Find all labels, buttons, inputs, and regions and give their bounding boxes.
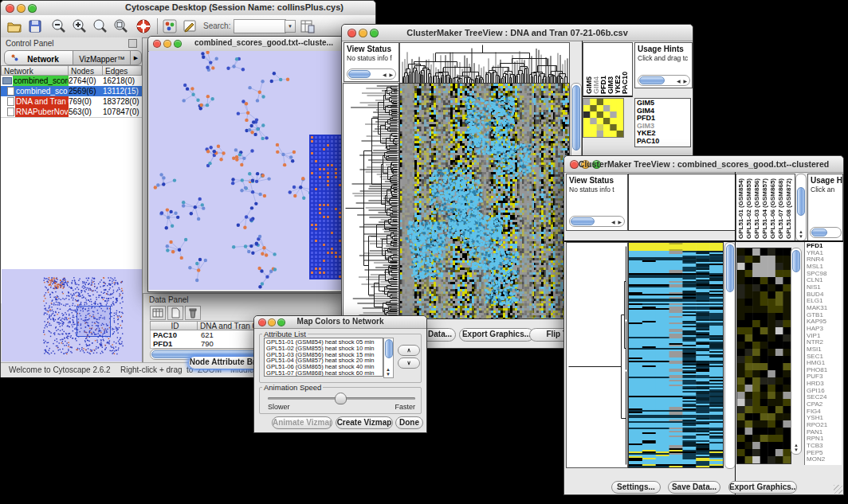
search-input[interactable]	[234, 19, 286, 33]
main-toolbar: Search: ▼	[1, 15, 375, 38]
tv1-gene-item[interactable]: PAC10	[637, 138, 690, 146]
attribute-list-vscroll[interactable]: ▲▼	[383, 338, 394, 378]
file-icon	[7, 87, 14, 96]
tv2-column-dendrogram-area[interactable]	[628, 174, 736, 231]
folder-icon	[2, 77, 12, 84]
tab-network[interactable]: Network	[4, 50, 74, 65]
tv2-column-label[interactable]: GPL51-01 (GSM854)	[737, 178, 745, 239]
open-file-icon[interactable]	[6, 18, 23, 35]
tv1-column-dendrogram[interactable]	[399, 42, 570, 84]
tv2-export-graphics-button[interactable]: Export Graphics...	[728, 481, 797, 494]
attribute-browser-icon[interactable]	[299, 18, 316, 35]
tv1-export-graphics-button[interactable]: Export Graphics...	[459, 328, 534, 342]
tv2-gene-item[interactable]: MON2	[807, 456, 842, 463]
network-table-row[interactable]: combined_scores2764(0)16218(0)	[1, 76, 142, 86]
animate-vizmap-button[interactable]: Animate Vizmap	[272, 416, 332, 429]
tv2-usage-hints: Usage Hi Click an	[807, 174, 843, 241]
tv1-usage-hints-text: Click and drag tc	[638, 54, 692, 62]
tv2-column-label[interactable]: GPL51-02 (GSM855)	[745, 178, 753, 239]
tv2-zoom-vscroll[interactable]: ▲▼	[791, 248, 802, 455]
tv2-column-label[interactable]: GPL51-06 (GSM865)	[769, 178, 777, 239]
tv2-save-data-button[interactable]: Save Data...	[668, 481, 720, 494]
delete-attribute-icon[interactable]	[185, 306, 201, 320]
network-view-canvas[interactable]	[149, 51, 345, 290]
zoom-window-icon[interactable]	[28, 4, 37, 13]
help-lifesaver-icon[interactable]	[135, 18, 152, 35]
zoom-out-icon[interactable]	[50, 18, 68, 35]
move-attribute-down-button[interactable]: ∨	[398, 357, 420, 369]
close-icon[interactable]	[153, 40, 161, 48]
annotation-icon[interactable]	[181, 18, 198, 35]
nodes-count: 563(0)	[69, 107, 103, 117]
tv2-heatmap-canvas[interactable]	[628, 242, 724, 468]
tv2-zoom-heatmap-canvas[interactable]	[736, 248, 791, 464]
tab-overflow-button[interactable]: ▶	[130, 50, 142, 65]
tv1-usage-hints: Usage Hints Click and drag tc ◀ ▶	[634, 42, 693, 88]
tv2-column-label[interactable]: GPL51-04 (GSM857)	[761, 178, 769, 239]
tv1-usage-hints-scroll[interactable]: ◀ ▶	[638, 75, 690, 86]
tv2-row-dendrogram[interactable]	[566, 242, 628, 468]
tv1-heatmap-canvas[interactable]	[399, 83, 570, 319]
attribute-list-item[interactable]: GPL51-07 (GSM868) heat shock 60 min	[266, 370, 383, 377]
tv1-column-label[interactable]: YKE2	[614, 75, 621, 94]
network-table-row[interactable]: DNA and Tran 07769(0)183728(0)	[1, 96, 142, 107]
tab-vizmapper[interactable]: VizMapper™	[73, 50, 132, 65]
tv1-usage-hints-title: Usage Hints	[638, 45, 692, 53]
save-icon[interactable]	[26, 18, 44, 35]
zoom-selected-icon[interactable]	[92, 18, 109, 35]
network-name-label: RNAPuberNov2+	[15, 107, 69, 117]
network-view-titlebar[interactable]: combined_scores_good.txt--cluste...	[148, 37, 347, 52]
tv1-column-label[interactable]: PFD1	[599, 76, 607, 94]
network-overview-canvas[interactable]	[2, 269, 142, 361]
float-panel-icon[interactable]	[128, 39, 137, 48]
network-table-row[interactable]: RNAPuberNov2+563(0)107847(0)	[1, 107, 142, 117]
search-dropdown-icon[interactable]: ▼	[285, 20, 296, 33]
tv1-correlation-matrix[interactable]	[583, 98, 624, 138]
done-button[interactable]: Done	[395, 416, 423, 429]
move-attribute-up-button[interactable]: ∧	[398, 345, 420, 356]
zoom-fit-icon[interactable]	[112, 18, 130, 35]
table-view-icon[interactable]	[150, 306, 166, 320]
network-table-header-nodes[interactable]: Nodes	[69, 65, 103, 76]
tv1-view-status-scroll[interactable]: ◀ ▶	[347, 68, 396, 80]
nodes-count: 769(0)	[69, 96, 103, 107]
tv2-settings-button[interactable]: Settings...	[611, 481, 661, 494]
tv2-heatmap-vscroll[interactable]	[724, 242, 736, 469]
desktop: Cytoscape Desktop (Session Name: collins…	[0, 0, 848, 504]
treeview2-titlebar[interactable]: ClusterMaker TreeView : combined_scores_…	[564, 156, 843, 173]
map-dialog-titlebar[interactable]: Map Colors to Network	[254, 316, 426, 329]
network-table-header-edges[interactable]: Edges	[103, 65, 142, 76]
tv2-column-label[interactable]: GPL51-07 (GSM868)	[777, 178, 785, 239]
animation-slider-thumb[interactable]	[335, 393, 347, 404]
minimize-icon[interactable]	[17, 4, 26, 13]
resize-grip[interactable]	[834, 485, 842, 494]
tv1-view-status: View Status No status info f ◀ ▶	[344, 42, 399, 82]
new-attribute-icon[interactable]	[167, 306, 183, 320]
zoom-in-icon[interactable]	[71, 18, 88, 35]
tv2-labels-vscroll[interactable]: ▲▼	[795, 174, 807, 241]
tv1-column-label[interactable]: PAC10	[621, 72, 628, 94]
treeview1-titlebar[interactable]: ClusterMaker TreeView : DNA and Tran 07-…	[342, 25, 693, 41]
tv2-column-label[interactable]: GPL51-08 (GSM872)	[785, 178, 793, 239]
tv2-usage-hints-scroll[interactable]	[810, 227, 842, 238]
network-nodes-icon[interactable]	[161, 18, 179, 35]
tv2-view-status-scroll[interactable]: ◀ ▶	[569, 216, 625, 227]
tv1-column-label[interactable]: GIM4	[592, 76, 599, 94]
network-table-row[interactable]: combined_sco2569(6)13112(15)	[1, 86, 142, 96]
search-label: Search:	[203, 21, 230, 30]
tv1-column-label[interactable]: GIM3	[607, 76, 614, 94]
network-name-label: combined_sco	[15, 86, 69, 96]
attribute-id: PAC10	[151, 330, 198, 339]
toolbar-separator	[157, 18, 158, 34]
create-vizmap-button[interactable]: Create Vizmap	[336, 416, 393, 429]
minimize-icon[interactable]	[163, 40, 171, 48]
tv1-column-label[interactable]: GIM5	[585, 76, 592, 94]
tv2-column-label[interactable]: GPL51-03 (GSM856)	[753, 178, 761, 239]
attribute-list: GPL51-01 (GSM854) heat shock 05 minGPL51…	[264, 338, 383, 377]
close-icon[interactable]	[6, 4, 14, 13]
tv1-row-dendrogram[interactable]	[343, 83, 399, 319]
network-name-label: combined_scores	[13, 76, 69, 86]
data-table-header-id[interactable]: ID	[150, 321, 198, 330]
main-titlebar[interactable]: Cytoscape Desktop (Session Name: collins…	[1, 1, 375, 16]
network-table-header-network[interactable]: Network	[1, 65, 69, 76]
